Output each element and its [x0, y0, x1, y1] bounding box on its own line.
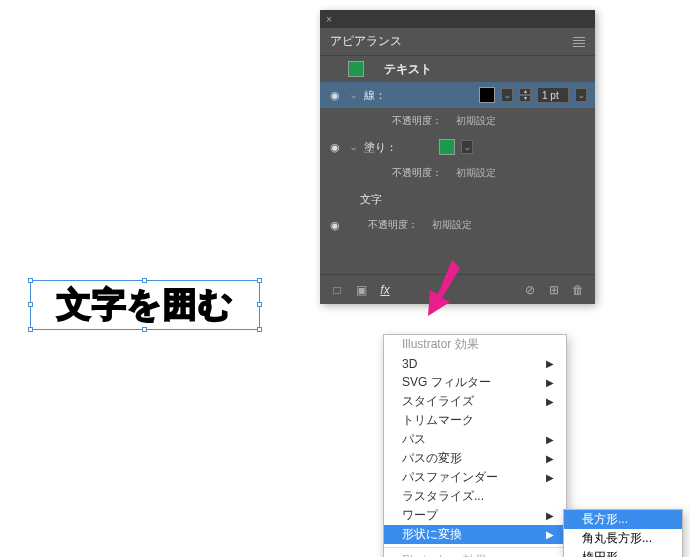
submenu-arrow-icon: ▶ [546, 377, 554, 388]
opacity-value: 初期設定 [448, 114, 496, 128]
appearance-item-text[interactable]: テキスト [320, 56, 595, 82]
stroke-stepper[interactable]: ▴▾ [519, 88, 531, 102]
panel-title: アピアランス [330, 33, 402, 50]
annotation-arrow [422, 258, 462, 318]
selection-handle[interactable] [28, 302, 33, 307]
menu-item-label: 形状に変換 [402, 526, 462, 543]
stroke-label: 線： [364, 88, 386, 103]
menu-item[interactable]: パスファインダー▶ [384, 468, 566, 487]
menu-item[interactable]: トリムマーク [384, 411, 566, 430]
item-label: テキスト [384, 61, 432, 78]
menu-item-label: パスファインダー [402, 469, 498, 486]
fill-label: 塗り： [364, 140, 397, 155]
submenu-arrow-icon: ▶ [546, 510, 554, 521]
canvas-text-frame[interactable]: 文字を囲む [30, 280, 260, 330]
submenu-arrow-icon: ▶ [546, 453, 554, 464]
submenu-arrow-icon: ▶ [546, 434, 554, 445]
opacity-value: 初期設定 [448, 166, 496, 180]
selection-handle[interactable] [142, 278, 147, 283]
panel-menu-icon[interactable] [573, 37, 585, 47]
appearance-item-fill[interactable]: ◉ ⌵ 塗り： ⌵ [320, 134, 595, 160]
menu-item-label: SVG フィルター [402, 374, 491, 391]
stroke-weight-field[interactable]: 1 pt [537, 87, 569, 103]
selection-handle[interactable] [28, 327, 33, 332]
menu-item[interactable]: 3D▶ [384, 354, 566, 373]
panel-tabbar: × [320, 10, 595, 28]
menu-item[interactable]: 形状に変換▶ [384, 525, 566, 544]
menu-item[interactable]: パスの変形▶ [384, 449, 566, 468]
dropdown-icon[interactable]: ⌵ [461, 140, 473, 154]
opacity-value: 初期設定 [424, 218, 472, 232]
menu-item-label: ワープ [402, 507, 438, 524]
submenu-item[interactable]: 長方形... [564, 510, 682, 529]
swatch-icon [348, 61, 364, 77]
submenu-arrow-icon: ▶ [546, 358, 554, 369]
menu-item[interactable]: ラスタライズ... [384, 487, 566, 506]
menu-item-label: 3D [402, 357, 417, 371]
clear-icon[interactable]: ⊘ [523, 283, 537, 297]
delete-icon[interactable]: 🗑 [571, 283, 585, 297]
dropdown-icon[interactable]: ⌵ [575, 88, 587, 102]
menu-item-label: トリムマーク [402, 412, 474, 429]
opacity-row[interactable]: 不透明度： 初期設定 [320, 160, 595, 186]
menu-item-label: パス [402, 431, 426, 448]
dropdown-icon[interactable]: ⌵ [501, 88, 513, 102]
selection-handle[interactable] [257, 278, 262, 283]
menu-item-label: ラスタライズ... [402, 488, 484, 505]
submenu-arrow-icon: ▶ [546, 472, 554, 483]
appearance-item-characters[interactable]: 文字 [320, 186, 595, 212]
visibility-icon[interactable]: ◉ [328, 141, 342, 154]
chevron-down-icon[interactable]: ⌵ [348, 90, 358, 100]
selection-handle[interactable] [257, 327, 262, 332]
add-effect-button[interactable]: fx [378, 283, 392, 297]
visibility-icon[interactable]: ◉ [328, 89, 342, 102]
submenu-arrow-icon: ▶ [546, 396, 554, 407]
menu-section-header: Photoshop 効果 [384, 551, 566, 557]
submenu-arrow-icon: ▶ [546, 529, 554, 540]
opacity-row[interactable]: ◉ 不透明度： 初期設定 [320, 212, 595, 238]
effects-menu: Illustrator 効果 3D▶SVG フィルター▶スタイライズ▶トリムマー… [383, 334, 567, 557]
new-stroke-icon[interactable]: □ [330, 283, 344, 297]
appearance-item-stroke[interactable]: ◉ ⌵ 線： ⌵ ▴▾ 1 pt ⌵ [320, 82, 595, 108]
opacity-label: 不透明度： [368, 218, 418, 232]
selection-handle[interactable] [28, 278, 33, 283]
menu-item-label: スタイライズ [402, 393, 474, 410]
menu-item[interactable]: スタイライズ▶ [384, 392, 566, 411]
submenu-item[interactable]: 角丸長方形... [564, 529, 682, 548]
submenu-item-label: 長方形... [582, 511, 628, 528]
submenu-item-label: 楕円形... [582, 549, 628, 557]
new-fill-icon[interactable]: ▣ [354, 283, 368, 297]
visibility-icon[interactable]: ◉ [328, 219, 342, 232]
selection-handle[interactable] [257, 302, 262, 307]
opacity-label: 不透明度： [392, 114, 442, 128]
menu-header-label: Illustrator 効果 [402, 336, 479, 353]
menu-item[interactable]: パス▶ [384, 430, 566, 449]
submenu-item[interactable]: 楕円形... [564, 548, 682, 557]
chevron-down-icon[interactable]: ⌵ [348, 142, 358, 152]
submenu-item-label: 角丸長方形... [582, 530, 652, 547]
opacity-row[interactable]: 不透明度： 初期設定 [320, 108, 595, 134]
fill-swatch[interactable] [439, 139, 455, 155]
menu-section-header: Illustrator 効果 [384, 335, 566, 354]
stroke-swatch[interactable] [479, 87, 495, 103]
menu-item[interactable]: ワープ▶ [384, 506, 566, 525]
close-icon[interactable]: × [326, 14, 332, 25]
duplicate-icon[interactable]: ⊞ [547, 283, 561, 297]
panel-body: テキスト ◉ ⌵ 線： ⌵ ▴▾ 1 pt ⌵ 不透明度： 初期設定 ◉ ⌵ 塗… [320, 56, 595, 274]
panel-header: アピアランス [320, 28, 595, 56]
menu-item-label: パスの変形 [402, 450, 462, 467]
convert-shape-submenu: 長方形...角丸長方形...楕円形... [563, 509, 683, 557]
canvas-text: 文字を囲む [57, 282, 234, 328]
menu-item[interactable]: SVG フィルター▶ [384, 373, 566, 392]
menu-header-label: Photoshop 効果 [402, 552, 487, 557]
menu-separator [384, 547, 566, 548]
opacity-label: 不透明度： [392, 166, 442, 180]
characters-label: 文字 [360, 192, 382, 207]
selection-handle[interactable] [142, 327, 147, 332]
